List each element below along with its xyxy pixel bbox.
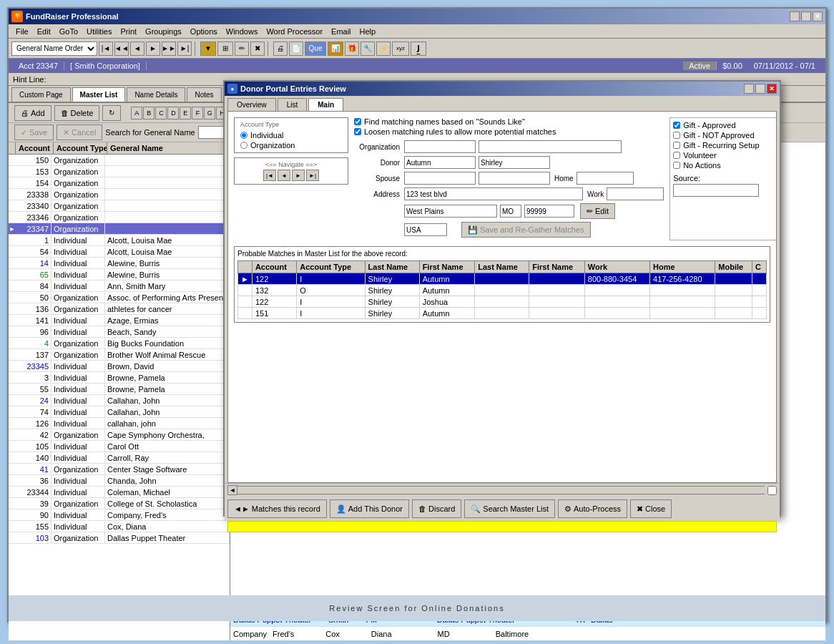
- nav-next-next-btn[interactable]: ►►: [162, 42, 176, 56]
- nav-prev-prev-btn[interactable]: ◄◄: [114, 42, 129, 56]
- menu-email[interactable]: Email: [327, 26, 355, 37]
- sounds-like-checkbox[interactable]: [354, 118, 361, 125]
- gift-recurring-checkbox[interactable]: [673, 142, 680, 149]
- table-row[interactable]: 140IndividualCarroll, Ray: [9, 452, 230, 464]
- state-input[interactable]: [500, 205, 521, 218]
- gift-btn[interactable]: 🎁: [345, 42, 359, 56]
- pencil-btn[interactable]: ✏: [235, 42, 249, 56]
- table-row[interactable]: 4OrganizationBig Bucks Foundation: [9, 338, 230, 349]
- table-row[interactable]: 54IndividualAlcott, Louisa Mae: [9, 246, 230, 258]
- table-row[interactable]: ►23347Organization: [9, 223, 230, 235]
- zip-input[interactable]: [524, 205, 574, 218]
- save-button[interactable]: ✓ Save: [14, 125, 54, 140]
- print1-btn[interactable]: 🖨: [273, 42, 288, 56]
- alpha-b[interactable]: B: [143, 107, 154, 119]
- dialog-close-btn[interactable]: ✕: [767, 84, 777, 94]
- tool1-btn[interactable]: 🔧: [360, 42, 375, 56]
- table-row[interactable]: 1IndividualAlcott, Louisa Mae: [9, 235, 230, 246]
- volunteer-checkbox[interactable]: [673, 152, 680, 159]
- tab-master-list[interactable]: Master List: [72, 87, 126, 102]
- j-btn[interactable]: J̲: [411, 42, 426, 56]
- gift-not-approved-checkbox[interactable]: [673, 132, 680, 139]
- nav-first-btn[interactable]: |◄: [263, 170, 276, 181]
- table-row[interactable]: 50OrganizationAssoc. of Performing Arts …: [9, 292, 230, 303]
- save-matches-button[interactable]: 💾 Save and Re-Gather Matches: [461, 222, 591, 238]
- nav-last-btn[interactable]: ►|: [177, 42, 192, 56]
- donor-first-input[interactable]: [404, 156, 476, 169]
- que-btn[interactable]: Que: [305, 42, 326, 56]
- table-row[interactable]: 136Organizationathletes for cancer: [9, 303, 230, 315]
- menu-word-processor[interactable]: Word Processor: [262, 26, 327, 37]
- radio-individual[interactable]: [240, 132, 247, 139]
- nav-first-btn[interactable]: |◄: [99, 42, 113, 56]
- scroll-left-btn[interactable]: ◄: [227, 485, 237, 495]
- table-row[interactable]: 23338Organization: [9, 189, 230, 200]
- grid-btn[interactable]: ⊞: [217, 42, 233, 56]
- dialog-tab-main[interactable]: Main: [308, 98, 343, 111]
- menu-goto[interactable]: GoTo: [55, 26, 82, 37]
- prob-row[interactable]: ► 122 I Shirley Autumn 800-880-3454 417-…: [238, 273, 767, 285]
- cancel-button[interactable]: ✕ Cancel: [57, 125, 102, 140]
- table-row[interactable]: 105IndividualCarol Ott: [9, 441, 230, 452]
- refresh-button[interactable]: ↻: [102, 105, 121, 121]
- menu-print[interactable]: Print: [116, 26, 141, 37]
- dialog-tab-list[interactable]: List: [278, 98, 308, 111]
- maximize-button[interactable]: □: [801, 11, 811, 21]
- graph-btn[interactable]: 📊: [328, 42, 343, 56]
- table-row[interactable]: 84IndividualAnn, Smith Mary: [9, 280, 230, 292]
- prob-row[interactable]: 151 I Shirley Autumn: [238, 308, 767, 319]
- spouse-last-input[interactable]: [479, 172, 550, 185]
- matches-button[interactable]: ◄► Matches this record: [227, 499, 327, 518]
- table-row[interactable]: 14IndividualAlewine, Burris: [9, 258, 230, 269]
- alpha-d[interactable]: D: [167, 107, 179, 119]
- menu-groupings[interactable]: Groupings: [141, 26, 186, 37]
- minimize-button[interactable]: _: [790, 11, 800, 21]
- tab-notes[interactable]: Notes: [187, 87, 221, 102]
- table-row[interactable]: 137OrganizationBrother Wolf Animal Rescu…: [9, 349, 230, 361]
- close-dialog-button[interactable]: ✖ Close: [630, 499, 672, 518]
- delete-btn[interactable]: ✖: [250, 42, 265, 56]
- dialog-tab-overview[interactable]: Overview: [227, 98, 276, 111]
- delete-action-button[interactable]: 🗑 Delete: [54, 105, 100, 121]
- table-row[interactable]: 36IndividualChanda, John: [9, 475, 230, 487]
- table-row[interactable]: 154Organization: [9, 177, 230, 189]
- menu-options[interactable]: Options: [186, 26, 222, 37]
- nav-prev-btn[interactable]: ◄: [278, 170, 290, 181]
- table-row[interactable]: 153Organization: [9, 166, 230, 177]
- city-input[interactable]: [404, 205, 497, 218]
- table-row[interactable]: 74IndividualCallahan, John: [9, 406, 230, 418]
- table-row[interactable]: 23346Organization: [9, 212, 230, 223]
- prob-row[interactable]: 132 O Shirley Autumn: [238, 285, 767, 296]
- address-input[interactable]: [404, 187, 583, 200]
- table-row[interactable]: 96IndividualBeach, Sandy: [9, 326, 230, 338]
- nav-prev-btn[interactable]: ◄: [130, 42, 144, 56]
- spouse-first-input[interactable]: [404, 172, 476, 185]
- work-input[interactable]: [607, 187, 664, 200]
- discard-button[interactable]: 🗑 Discard: [412, 499, 461, 518]
- table-row[interactable]: 41OrganizationCenter Stage Software: [9, 464, 230, 475]
- add-button[interactable]: 🖨 Add: [14, 105, 51, 121]
- menu-edit[interactable]: Edit: [33, 26, 55, 37]
- filter-btn[interactable]: ▼: [200, 42, 216, 56]
- alpha-c[interactable]: C: [155, 107, 167, 119]
- nav-last-btn[interactable]: ►|: [306, 170, 319, 181]
- no-actions-checkbox[interactable]: [673, 162, 680, 169]
- scrollbar-track[interactable]: [237, 486, 765, 494]
- table-row[interactable]: 23344IndividualColeman, Michael: [9, 487, 230, 498]
- table-row[interactable]: 155IndividualCox, Diana: [9, 521, 230, 532]
- alpha-g[interactable]: G: [204, 107, 215, 119]
- table-row[interactable]: 55IndividualBrowne, Pamela: [9, 384, 230, 395]
- dialog-maximize-btn[interactable]: □: [755, 84, 765, 94]
- table-row[interactable]: 24IndividualCallahan, John: [9, 395, 230, 406]
- loosen-checkbox[interactable]: [354, 128, 361, 135]
- tab-custom-page[interactable]: Custom Page: [11, 87, 71, 102]
- auto-process-button[interactable]: ⚙ Auto-Process: [558, 499, 627, 518]
- tab-name-details[interactable]: Name Details: [127, 87, 185, 102]
- prob-row[interactable]: 122 I Shirley Joshua: [238, 296, 767, 308]
- close-button[interactable]: ✕: [813, 11, 823, 21]
- add-donor-button[interactable]: 👤 Add This Donor: [330, 499, 409, 518]
- alpha-a[interactable]: A: [131, 107, 142, 119]
- menu-help[interactable]: Help: [355, 26, 381, 37]
- print2-btn[interactable]: 📄: [289, 42, 303, 56]
- table-row[interactable]: 42OrganizationCape Symphony Orchestra,: [9, 429, 230, 441]
